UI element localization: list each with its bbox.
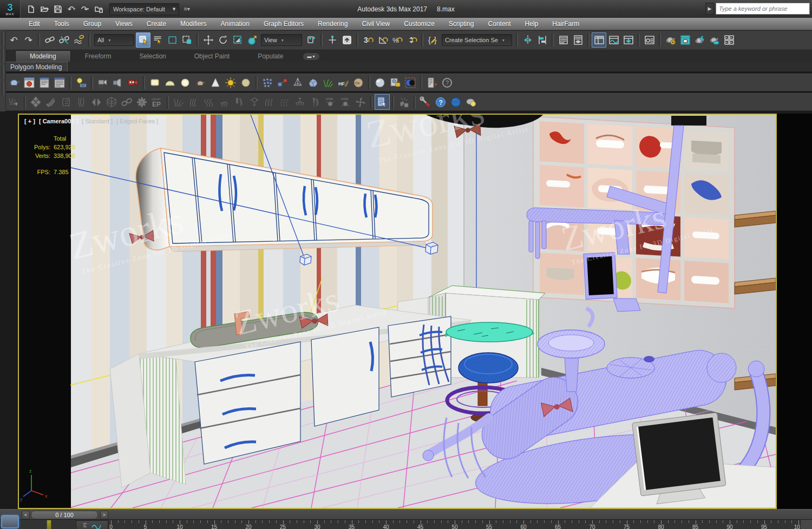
select-and-scale-icon[interactable] xyxy=(230,32,245,48)
menu-item-rendering[interactable]: Rendering xyxy=(311,18,355,30)
checker-diamond-icon[interactable] xyxy=(28,94,43,110)
select-object-icon[interactable] xyxy=(136,32,150,48)
scene-canvas[interactable]: ZworksThe Creative Zone for 3D Digital A… xyxy=(19,115,776,508)
mesh-light-teapot-icon[interactable] xyxy=(193,75,208,90)
time-slider-handle[interactable]: 0 / 100 xyxy=(31,511,98,519)
hair-strands-icon[interactable] xyxy=(74,94,89,110)
menu-item-help[interactable]: Help xyxy=(518,18,546,30)
rendered-frame-window-icon[interactable] xyxy=(678,32,692,48)
help-circle-icon[interactable]: ? xyxy=(440,75,455,90)
manage-layers-icon[interactable] xyxy=(571,32,585,48)
menu-item-hairfarm[interactable]: HairFarm xyxy=(545,18,586,30)
ribbon-minimize-dropdown[interactable]: ▬ ▾ xyxy=(303,53,319,60)
wsm-gravity-icon[interactable]: WSM xyxy=(323,94,338,110)
material-lock-icon[interactable] xyxy=(388,75,403,90)
spinner-snap-toggle-icon[interactable] xyxy=(404,32,419,48)
teapot-preview-icon[interactable] xyxy=(6,75,22,90)
hair-dynamics-icon[interactable] xyxy=(217,94,232,110)
physical-camera-icon[interactable] xyxy=(95,75,110,90)
rectangular-selection-region-icon[interactable] xyxy=(165,32,180,48)
teal-table[interactable] xyxy=(446,322,533,342)
render-frame-icon[interactable] xyxy=(22,75,37,90)
help-search-input[interactable] xyxy=(716,3,810,15)
ribbon-tab-populate[interactable]: Populate xyxy=(244,51,297,62)
grass-icon[interactable] xyxy=(320,75,336,90)
workspace-dropdown[interactable]: Workspace: Default▾ xyxy=(109,3,179,15)
render-in-cloud-teapot-icon[interactable] xyxy=(707,32,722,48)
sphere-object-icon[interactable] xyxy=(372,75,388,90)
reference-coordinate-dropdown[interactable]: View▾ xyxy=(261,34,302,46)
curve-editor-icon[interactable] xyxy=(592,32,606,48)
undo-button[interactable]: ↶▾ xyxy=(66,3,77,15)
hair-link-icon[interactable] xyxy=(119,94,134,110)
sphere-selection-icon[interactable] xyxy=(403,75,418,90)
named-selection-set-dropdown[interactable]: Create Selection Se▾ xyxy=(442,34,512,46)
plane-light-icon[interactable] xyxy=(147,75,162,90)
select-and-link-icon[interactable] xyxy=(42,32,57,48)
select-and-move-icon[interactable] xyxy=(201,32,215,48)
hair-settings-gear-icon[interactable]: S xyxy=(134,94,149,110)
schematic-view-icon[interactable] xyxy=(606,32,621,48)
menu-item-graph-editors[interactable]: Graph Editors xyxy=(257,18,311,30)
open-mini-curve-editor-button[interactable] xyxy=(76,520,108,529)
earth-globe-icon[interactable] xyxy=(448,94,463,110)
render-setup-icon[interactable] xyxy=(642,32,657,48)
camera-viewport[interactable]: ZworksThe Creative Zone for 3D Digital A… xyxy=(18,114,777,509)
menu-item-create[interactable]: Create xyxy=(140,18,173,30)
unlink-selection-icon[interactable] xyxy=(57,32,71,48)
redo-button[interactable]: ↷▾ xyxy=(79,3,91,15)
gravity-spacewarp-icon[interactable] xyxy=(247,94,262,110)
convert-ep-icon[interactable]: convertEP xyxy=(149,94,165,110)
customize-wrench-icon[interactable] xyxy=(418,94,433,110)
material-editor-icon[interactable] xyxy=(621,32,636,48)
spray-panel-icon[interactable] xyxy=(396,94,411,110)
atom-molecule-icon[interactable] xyxy=(275,75,290,90)
viewport-shading-menu[interactable]: [ Edged Faces ] xyxy=(116,118,158,124)
open-file-button[interactable] xyxy=(38,3,50,15)
hair-brush-icon[interactable] xyxy=(232,94,247,110)
bind-to-spacewarp-icon[interactable] xyxy=(71,32,86,48)
dome-light-icon[interactable] xyxy=(162,75,178,90)
use-pivot-center-icon[interactable] xyxy=(304,32,318,48)
select-and-rotate-icon[interactable] xyxy=(215,32,230,48)
angle-snap-toggle-icon[interactable] xyxy=(375,32,390,48)
window-crossing-icon[interactable] xyxy=(180,32,194,48)
hair-wave-icon[interactable] xyxy=(186,94,201,110)
render-production-teapot-icon[interactable] xyxy=(692,32,707,48)
ribbon-tab-freeform[interactable]: Freeform xyxy=(71,51,126,62)
project-folder-button[interactable] xyxy=(93,3,104,15)
hair-wrap-icon[interactable] xyxy=(58,94,74,110)
menu-item-group[interactable]: Group xyxy=(76,18,108,30)
menu-item-edit[interactable]: Edit xyxy=(22,18,47,30)
track-bar-ruler[interactable]: 0510152025303540455055606570758085909510… xyxy=(0,520,812,529)
mirror-icon[interactable] xyxy=(520,32,535,48)
hair-comb2-icon[interactable] xyxy=(307,94,323,110)
undo-icon[interactable]: ↶ xyxy=(6,32,21,48)
workspace-menu-button[interactable]: ≡▾ xyxy=(181,3,193,15)
menu-item-animation[interactable]: Animation xyxy=(214,18,257,30)
fur-sample-icon[interactable]: 0x xyxy=(351,75,366,90)
render-settings-panel-icon[interactable] xyxy=(37,75,52,90)
render-presets-teapot-icon[interactable] xyxy=(663,32,678,48)
layer-explorer-icon[interactable] xyxy=(556,32,571,48)
keyboard-shortcut-override-icon[interactable] xyxy=(339,32,354,48)
select-by-list-icon[interactable] xyxy=(375,94,390,110)
hairfarm-fur-icon[interactable]: HF xyxy=(336,75,351,90)
fan-wsm-icon[interactable] xyxy=(353,94,368,110)
hair-create-icon[interactable] xyxy=(6,94,22,110)
previous-frame-button[interactable]: < xyxy=(22,511,30,519)
hair-comb-icon[interactable] xyxy=(43,94,58,110)
turbulence-icon[interactable] xyxy=(277,94,292,110)
ies-sphere-icon[interactable] xyxy=(238,75,253,90)
menu-item-scripting[interactable]: Scripting xyxy=(442,18,481,30)
ribbon-tab-selection[interactable]: Selection xyxy=(125,51,180,62)
mesh-from-hair-icon[interactable] xyxy=(104,94,119,110)
particle-array-icon[interactable] xyxy=(260,75,275,90)
menu-item-views[interactable]: Views xyxy=(108,18,140,30)
tab-polygon-modeling[interactable]: Polygon Modeling xyxy=(4,62,68,71)
help-globe-icon[interactable]: ? xyxy=(433,94,448,110)
hair-curl-icon[interactable] xyxy=(201,94,217,110)
autodesk-gallery-icon[interactable] xyxy=(722,32,736,48)
track-bar-frame-marker[interactable] xyxy=(47,520,51,529)
environment-panel-icon[interactable] xyxy=(52,75,67,90)
